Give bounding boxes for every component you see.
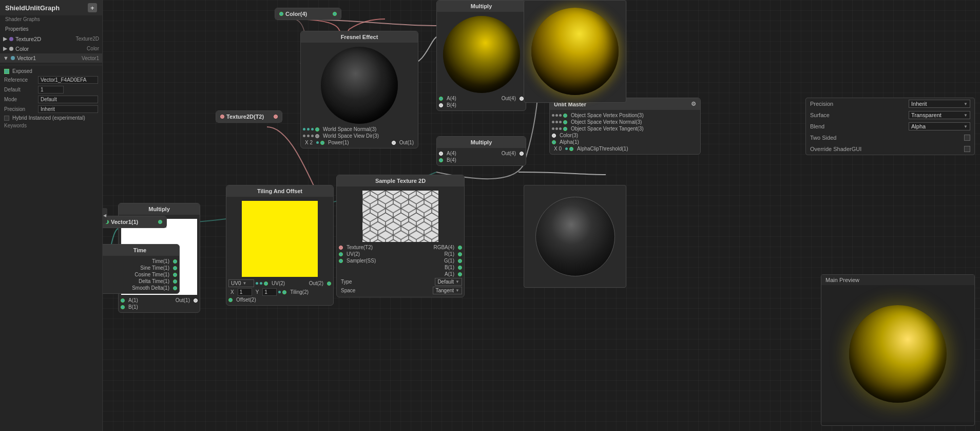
color-out-port2[interactable] (333, 12, 337, 16)
space-select[interactable]: Tangent ▼ (433, 287, 462, 294)
mul1-b-label: B(4) (445, 102, 458, 108)
precision-label: Precision (4, 106, 35, 112)
surface-val: Transparent (911, 112, 941, 118)
tiling-out-port[interactable] (327, 282, 331, 286)
vtan-label: Object Space Vertex Tangent(3) (569, 126, 646, 132)
a-out-port[interactable] (458, 272, 462, 276)
sidebar: ShieldUnlitGraph + Shader Graphs Propert… (0, 0, 103, 431)
power-in-port[interactable] (320, 141, 324, 145)
hex-svg (362, 191, 438, 242)
tiling-y-input[interactable] (262, 288, 277, 296)
color-out-port[interactable] (279, 12, 283, 16)
mul2-b-row: B(4) (437, 157, 526, 163)
mul3-b-row: B(1) (119, 304, 200, 310)
alphaclip-label: AlphaClipThreshold(1) (575, 146, 630, 152)
twosided-checkbox[interactable] (964, 135, 970, 141)
sidebar-item-color[interactable]: ▶ Color Color (0, 44, 102, 53)
hex-preview (362, 191, 438, 242)
r-out-port[interactable] (458, 252, 462, 256)
rgba-out-port[interactable] (458, 246, 462, 250)
sample-tex-port[interactable] (339, 246, 343, 250)
type-select[interactable]: Default ▼ (435, 278, 462, 286)
normal-label: World Space Normal(3) (321, 126, 378, 132)
mul2-b-port[interactable] (439, 158, 443, 162)
type-value: Default (437, 279, 454, 285)
deltatime-port[interactable] (173, 279, 177, 284)
smoothdelta-row: Smooth Delta(1) (103, 285, 179, 291)
sample-a-row: A(1) (337, 271, 464, 277)
surface-prop-row: Surface Transparent ▼ (806, 109, 974, 121)
tiling-body: UV0 ▼ UV(2) Out(2) X Y Tiling(2) (226, 197, 333, 305)
y-val: Y (254, 289, 261, 295)
tex2d-out-port[interactable] (274, 115, 278, 119)
tex2d-in-port[interactable] (220, 115, 224, 119)
space-value: Tangent (435, 288, 454, 293)
sidebar-item-texture2d[interactable]: ▶ Texture2D Texture2D (0, 34, 102, 44)
power-label: Power(1) (326, 140, 351, 145)
reference-value[interactable]: Vector1_F4AD0EFA (38, 76, 98, 84)
hybrid-checkbox[interactable] (4, 116, 9, 121)
unlit-alphaclip-row: X 0 AlphaClipThreshold(1) (550, 145, 700, 152)
alpha-port[interactable] (552, 140, 556, 144)
add-button[interactable]: + (88, 3, 97, 12)
vtan-port[interactable] (563, 127, 567, 131)
mul2-out-port[interactable] (520, 152, 524, 156)
sample-sampler-port[interactable] (339, 259, 343, 263)
unlit-settings-icon[interactable]: ⚙ (691, 101, 696, 107)
mul1-b-port[interactable] (439, 103, 443, 107)
tiling-uv-port[interactable] (264, 282, 268, 286)
mul2-a-port[interactable] (439, 152, 443, 156)
b-label: B(1) (443, 265, 456, 270)
vnorm-port[interactable] (563, 120, 567, 124)
vpos-port[interactable] (563, 114, 567, 118)
sample-uv-label: UV(2) (344, 251, 362, 257)
precision-dropdown[interactable]: Inherit ▼ (909, 100, 970, 108)
sample-uv-port[interactable] (339, 252, 343, 256)
mul3-out-port[interactable] (194, 298, 198, 303)
mul3-a-port[interactable] (121, 298, 125, 303)
divider1 (0, 65, 102, 65)
surface-dropdown[interactable]: Transparent ▼ (909, 111, 970, 119)
mul3-b-port[interactable] (121, 305, 125, 309)
uv-dropdown-arrow: ▼ (242, 281, 246, 286)
fresnel-out-port[interactable] (392, 141, 396, 145)
default-value[interactable]: 1 (38, 86, 64, 93)
x-label: X 2 (303, 140, 315, 145)
sinetime-port[interactable] (173, 266, 177, 270)
sample-tex-row: Texture(T2) RGBA(4) (337, 244, 464, 251)
tex2d-label: Texture2D(T2) (226, 114, 264, 120)
uv-label: UV(2) (270, 280, 287, 286)
mul2-a-label: A(4) (445, 151, 458, 156)
uv-select[interactable]: UV0 ▼ (228, 279, 254, 287)
g-out-port[interactable] (458, 259, 462, 263)
color3-port[interactable] (552, 134, 556, 138)
shader-graphs-label: Shader Graphs (0, 15, 102, 23)
alphaclip-port[interactable] (569, 147, 573, 151)
cosinetime-port[interactable] (173, 273, 177, 277)
tiling-offset-port[interactable] (228, 298, 233, 302)
tiling-tiling-port[interactable] (282, 290, 286, 294)
viewdir-in-port[interactable] (315, 134, 319, 138)
unlit-body: Object Space Vertex Position(3) Object S… (550, 110, 700, 154)
blend-dropdown[interactable]: Alpha ▼ (909, 122, 970, 130)
objspace-dot2a (552, 121, 554, 123)
mode-value[interactable]: Default (38, 96, 98, 103)
b-out-port[interactable] (458, 266, 462, 270)
precision-value[interactable]: Inherit (38, 105, 98, 113)
shader-graph-canvas[interactable]: Color(4) Fresnel Effect World Space Norm… (103, 0, 980, 431)
override-checkbox[interactable] (964, 146, 970, 152)
blend-prop-label: Blend (810, 123, 906, 129)
mul1-a-port[interactable] (439, 97, 443, 101)
mul1-out-port[interactable] (520, 97, 524, 101)
sidebar-item-vector1[interactable]: ▼ Vector1 Vector1 (0, 53, 102, 63)
precision-prop-row: Precision Inherit ▼ (806, 98, 974, 109)
exposed-checkbox[interactable] (4, 69, 9, 74)
smoothdelta-port[interactable] (173, 286, 177, 290)
sidebar-collapse-button[interactable]: ◀ (102, 208, 107, 223)
tiling-x-input[interactable] (238, 288, 252, 296)
mul1-a-row: A(4) Out(4) (437, 95, 526, 102)
vector1-out-port[interactable] (158, 220, 162, 224)
time-out-port[interactable] (173, 259, 177, 264)
multiply1-header: Multiply (437, 1, 526, 12)
normal-in-port[interactable] (315, 127, 319, 132)
